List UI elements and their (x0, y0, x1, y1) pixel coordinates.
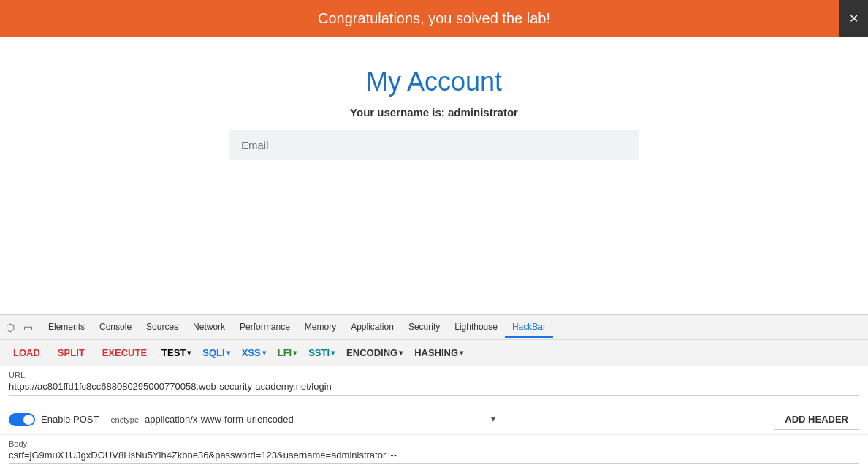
hackbar-body-section: Body csrf=jG9muX1UJgxDOUV8HsNu5Ylh4Zkbne… (0, 435, 868, 473)
tab-sources[interactable]: Sources (139, 317, 186, 338)
lfi-arrow-icon: ▾ (293, 349, 297, 357)
tab-console[interactable]: Console (92, 317, 139, 338)
banner-text: Congratulations, you solved the lab! (318, 10, 550, 26)
tab-security[interactable]: Security (401, 317, 447, 338)
tab-performance[interactable]: Performance (232, 317, 297, 338)
username-text: Your username is: administrator (0, 106, 868, 118)
sqli-label: SQLI (202, 347, 224, 358)
banner-close-button[interactable]: ✕ (839, 0, 868, 37)
enctype-label: enctype (111, 415, 140, 424)
url-label: URL (9, 371, 859, 379)
page-title: My Account (0, 67, 868, 97)
cursor-icon[interactable]: ⬡ (3, 320, 18, 335)
tab-memory[interactable]: Memory (297, 317, 343, 338)
add-header-button[interactable]: ADD HEADER (774, 409, 859, 430)
test-label: TEST (161, 347, 186, 358)
lfi-label: LFI (278, 347, 292, 358)
enable-post-label: Enable POST (41, 414, 99, 425)
main-content: My Account Your username is: administrat… (0, 37, 868, 175)
hackbar-post-row: Enable POST enctype application/x-www-fo… (0, 404, 868, 435)
sqli-button[interactable]: SQLI ▾ (198, 344, 234, 361)
xss-arrow-icon: ▾ (262, 349, 266, 357)
tab-elements[interactable]: Elements (41, 317, 92, 338)
xss-button[interactable]: XSS ▾ (237, 344, 270, 361)
sqli-arrow-icon: ▾ (226, 349, 230, 357)
tab-network[interactable]: Network (186, 317, 232, 338)
body-label: Body (9, 439, 859, 448)
username-value: administrator (448, 106, 518, 118)
ssti-label: SSTI (308, 347, 330, 358)
email-input-wrap (229, 130, 639, 160)
test-button[interactable]: TEST ▾ (157, 344, 195, 361)
hashing-arrow-icon: ▾ (460, 349, 463, 357)
hackbar-url-section: URL https://ac801ffd1fc8cc68808029500077… (0, 366, 868, 404)
body-value[interactable]: csrf=jG9muX1UJgxDOUV8HsNu5Ylh4Zkbne36&pa… (9, 450, 859, 464)
encoding-label: ENCODING (346, 347, 397, 358)
xss-label: XSS (242, 347, 261, 358)
devtools-tab-bar: ⬡ ▭ Elements Console Sources Network Per… (0, 315, 868, 340)
lfi-button[interactable]: LFI ▾ (273, 344, 302, 361)
ssti-arrow-icon: ▾ (331, 349, 335, 357)
email-input[interactable] (229, 130, 639, 160)
close-icon: ✕ (849, 12, 859, 26)
tab-application[interactable]: Application (343, 317, 401, 338)
tab-hackbar[interactable]: HackBar (505, 317, 553, 338)
enctype-wrap: enctype application/x-www-form-urlencode… (111, 411, 763, 428)
devtools-icons: ⬡ ▭ (3, 320, 35, 335)
execute-button[interactable]: EXECUTE (95, 344, 154, 361)
encoding-button[interactable]: ENCODING ▾ (342, 344, 407, 361)
url-value[interactable]: https://ac801ffd1fc8cc688080295000770058… (9, 381, 859, 396)
enctype-chevron-icon: ▾ (491, 414, 495, 424)
load-button[interactable]: LOAD (6, 344, 47, 361)
enable-post-toggle-wrap: Enable POST (9, 413, 99, 426)
test-arrow-icon: ▾ (187, 349, 191, 357)
hashing-label: HASHING (414, 347, 458, 358)
split-button[interactable]: SPLIT (50, 344, 92, 361)
tab-lighthouse[interactable]: Lighthouse (447, 317, 505, 338)
username-prefix: Your username is: (350, 106, 448, 118)
hashing-button[interactable]: HASHING ▾ (410, 344, 468, 361)
body-section: Body csrf=jG9muX1UJgxDOUV8HsNu5Ylh4Zkbne… (9, 439, 859, 464)
encoding-arrow-icon: ▾ (399, 349, 403, 357)
devtools-panel: ⬡ ▭ Elements Console Sources Network Per… (0, 314, 868, 473)
enctype-value: application/x-www-form-urlencoded (145, 411, 491, 428)
ssti-button[interactable]: SSTI ▾ (304, 344, 339, 361)
device-icon[interactable]: ▭ (20, 320, 35, 335)
url-section: URL https://ac801ffd1fc8cc68808029500077… (9, 371, 859, 396)
hackbar-toolbar: LOAD SPLIT EXECUTE TEST ▾ SQLI ▾ XSS ▾ L… (0, 340, 868, 366)
enable-post-toggle[interactable] (9, 413, 35, 426)
success-banner: Congratulations, you solved the lab! ✕ (0, 0, 868, 37)
enctype-select[interactable]: application/x-www-form-urlencoded ▾ (145, 411, 495, 428)
